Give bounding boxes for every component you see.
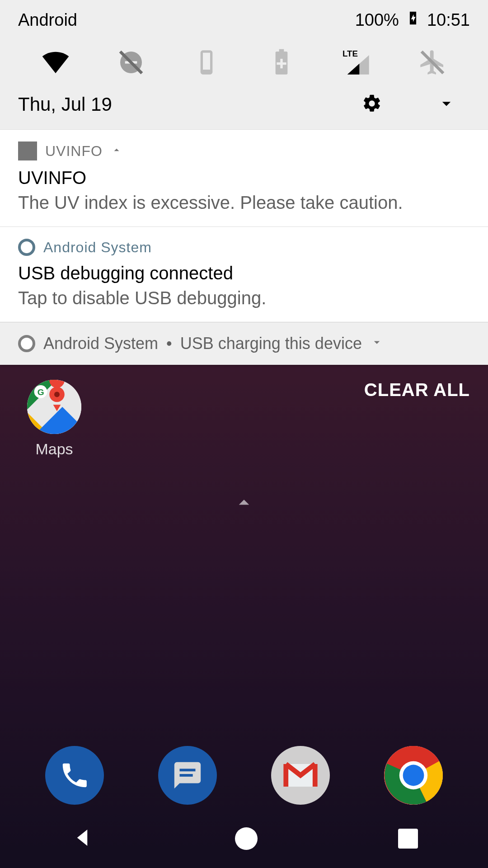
maps-label: Maps [35,440,73,458]
quick-settings-tiles: LTE [0,36,488,93]
clear-all-button[interactable]: CLEAR ALL [364,344,470,400]
cellular-tile[interactable]: LTE [319,44,395,80]
android-system-icon [18,239,35,256]
notification-body: The UV index is excessive. Please take c… [18,193,470,213]
date-row: Thu, Jul 19 [0,93,488,129]
home-app-maps[interactable]: G Maps [27,344,81,458]
svg-rect-14 [180,774,193,777]
notification-title: UVINFO [18,168,470,188]
app-icon [18,142,37,160]
svg-point-12 [54,392,60,397]
dnd-tile[interactable] [94,44,169,80]
notification-android-system[interactable]: Android System USB debugging connected T… [0,226,488,322]
notification-header: UVINFO [18,142,470,160]
status-bar: Android 100% 10:51 [0,0,488,36]
date-label: Thu, Jul 19 [18,94,112,115]
svg-rect-6 [279,49,284,53]
battery-percent: 100% [355,10,399,30]
separator-dot: • [166,334,172,353]
collapse-icon[interactable] [111,144,122,158]
status-right: 100% 10:51 [355,9,470,31]
clock: 10:51 [427,10,470,30]
notification-title: USB debugging connected [18,263,470,283]
notification-uvinfo[interactable]: UVINFO UVINFO The UV index is excessive.… [0,129,488,226]
notification-header: Android System [18,239,470,256]
ongoing-summary: USB charging this device [180,334,362,353]
battery-saver-tile[interactable] [244,44,319,80]
dock-chrome[interactable] [384,746,443,805]
expand-shade-icon[interactable] [436,94,456,115]
wifi-tile[interactable] [18,44,94,80]
svg-point-18 [403,765,424,786]
svg-text:G: G [38,387,44,397]
portrait-tile[interactable] [169,44,244,80]
nav-home[interactable] [235,827,258,850]
carrier-label: Android [18,10,77,30]
app-name: Android System [43,239,152,256]
navigation-bar [0,809,488,868]
dock [0,746,488,805]
airplane-tile[interactable] [394,44,470,80]
dock-phone[interactable] [45,746,104,805]
maps-icon: G [27,380,81,434]
notification-list: UVINFO UVINFO The UV index is excessive.… [0,129,488,365]
dock-gmail[interactable] [271,746,330,805]
nav-back[interactable] [70,826,94,852]
nav-recents[interactable] [398,829,418,849]
svg-rect-13 [180,769,196,771]
settings-icon[interactable] [361,93,382,116]
svg-text:LTE: LTE [343,49,358,58]
battery-charging-icon [405,9,421,31]
notification-body: Tap to disable USB debugging. [18,288,470,308]
notification-shade[interactable]: Android 100% 10:51 LTE [0,0,488,365]
dock-messages[interactable] [158,746,217,805]
app-drawer-handle[interactable] [232,491,256,517]
svg-rect-4 [203,53,210,70]
app-name: UVINFO [45,143,103,160]
